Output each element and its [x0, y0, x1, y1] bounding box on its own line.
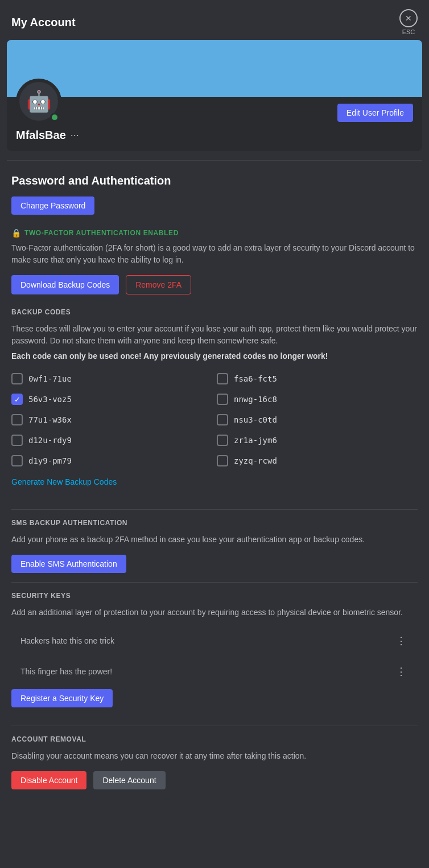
backup-code-checkbox[interactable] [217, 414, 228, 425]
account-removal-label: ACCOUNT REMOVAL [11, 735, 418, 743]
password-section-title: Password and Authentication [11, 174, 418, 187]
backup-code-value: nnwg-16c8 [234, 395, 277, 404]
backup-code-row: fsa6-fct5 [217, 370, 418, 388]
account-removal-description: Disabling your account means you can rec… [11, 750, 418, 762]
profile-options-dots[interactable]: ··· [71, 129, 79, 141]
security-keys-list: Hackers hate this one trick⋮This finger … [11, 628, 418, 685]
tfa-enabled-row: 🔒 TWO-FACTOR AUTHENTICATION ENABLED [11, 228, 418, 238]
backup-code-checkbox[interactable] [11, 373, 23, 384]
sms-backup-label: SMS BACKUP AUTHENTICATION [11, 519, 418, 527]
change-password-button[interactable]: Change Password [11, 196, 94, 215]
backup-code-checkbox[interactable] [217, 455, 228, 466]
main-content: Password and Authentication Change Passw… [0, 170, 429, 808]
security-key-name: This finger has the power! [20, 667, 112, 676]
backup-code-row: nnwg-16c8 [217, 390, 418, 408]
profile-header: 🤖 Edit User Profile [16, 97, 413, 124]
sms-backup-section: SMS BACKUP AUTHENTICATION Add your phone… [11, 509, 418, 573]
backup-code-value: fsa6-fct5 [234, 374, 277, 383]
profile-username: MfalsBae [16, 129, 66, 142]
divider-profile [7, 160, 422, 161]
enable-sms-button[interactable]: Enable SMS Authentication [11, 555, 126, 573]
security-key-item: Hackers hate this one trick⋮ [11, 628, 418, 654]
backup-code-value: d12u-rdy9 [28, 436, 72, 445]
avatar-wrap: 🤖 [16, 79, 61, 124]
security-keys-label: SECURITY KEYS [11, 592, 418, 600]
backup-code-value: zyzq-rcwd [234, 456, 277, 465]
backup-code-checkbox[interactable] [11, 435, 23, 446]
account-removal-buttons: Disable Account Delete Account [11, 771, 418, 789]
backup-code-row: 77u1-w36x [11, 411, 212, 429]
backup-code-row: d12u-rdy9 [11, 431, 212, 449]
backup-code-row: 0wf1-71ue [11, 370, 212, 388]
backup-codes-warning: Each code can only be used once! Any pre… [11, 351, 418, 361]
backup-code-row: zyzq-rcwd [217, 452, 418, 470]
backup-code-checkbox[interactable] [217, 373, 228, 384]
security-key-item: This finger has the power!⋮ [11, 658, 418, 685]
backup-code-checkbox[interactable] [217, 435, 228, 446]
backup-code-row: d1y9-pm79 [11, 452, 212, 470]
backup-code-checkbox[interactable] [217, 394, 228, 405]
backup-code-value: 0wf1-71ue [28, 374, 72, 383]
delete-account-button[interactable]: Delete Account [93, 771, 165, 789]
security-key-name: Hackers hate this one trick [20, 636, 114, 645]
backup-code-row: nsu3-c0td [217, 411, 418, 429]
backup-codes-grid: 0wf1-71uefsa6-fct556v3-voz5nnwg-16c877u1… [11, 370, 418, 470]
disable-account-button[interactable]: Disable Account [11, 771, 86, 789]
register-security-key-button[interactable]: Register a Security Key [11, 689, 113, 707]
tfa-enabled-label: TWO-FACTOR AUTHENTICATION ENABLED [24, 229, 179, 237]
download-backup-codes-button[interactable]: Download Backup Codes [11, 275, 119, 294]
password-auth-section: Password and Authentication Change Passw… [11, 174, 418, 294]
profile-card: 🤖 Edit User Profile MfalsBae ··· [7, 97, 422, 151]
page-title: My Account [11, 16, 76, 29]
esc-button[interactable]: ✕ ESC [399, 9, 418, 35]
generate-new-codes-link[interactable]: Generate New Backup Codes [11, 477, 117, 486]
profile-banner [7, 40, 422, 97]
backup-codes-label: BACKUP CODES [11, 308, 418, 316]
backup-code-value: 77u1-w36x [28, 415, 72, 424]
top-bar: My Account ✕ ESC [0, 0, 429, 40]
edit-profile-button[interactable]: Edit User Profile [337, 104, 413, 122]
tfa-description: Two-Factor authentication (2FA for short… [11, 242, 418, 266]
security-key-options-button[interactable]: ⋮ [394, 634, 409, 647]
lock-icon: 🔒 [11, 228, 21, 238]
account-removal-section: ACCOUNT REMOVAL Disabling your account m… [11, 726, 418, 789]
tfa-buttons: Download Backup Codes Remove 2FA [11, 275, 418, 294]
security-keys-section: SECURITY KEYS Add an additional layer of… [11, 582, 418, 707]
esc-circle-icon: ✕ [399, 9, 418, 27]
remove-2fa-button[interactable]: Remove 2FA [126, 275, 191, 294]
backup-code-value: zr1a-jym6 [234, 436, 277, 445]
backup-code-value: nsu3-c0td [234, 415, 277, 424]
backup-codes-section: BACKUP CODES These codes will allow you … [11, 308, 418, 500]
avatar-status-indicator [50, 113, 59, 122]
backup-code-value: 56v3-voz5 [28, 395, 72, 404]
esc-label: ESC [402, 28, 415, 35]
backup-code-checkbox[interactable] [11, 394, 23, 405]
backup-code-checkbox[interactable] [11, 414, 23, 425]
backup-code-row: zr1a-jym6 [217, 431, 418, 449]
sms-backup-description: Add your phone as a backup 2FA method in… [11, 534, 418, 546]
profile-name-row: MfalsBae ··· [16, 129, 413, 142]
security-keys-description: Add an additional layer of protection to… [11, 607, 418, 619]
backup-code-checkbox[interactable] [11, 455, 23, 466]
backup-code-value: d1y9-pm79 [28, 456, 72, 465]
backup-code-row: 56v3-voz5 [11, 390, 212, 408]
backup-codes-description: These codes will allow you to enter your… [11, 323, 418, 347]
security-key-options-button[interactable]: ⋮ [394, 665, 409, 678]
